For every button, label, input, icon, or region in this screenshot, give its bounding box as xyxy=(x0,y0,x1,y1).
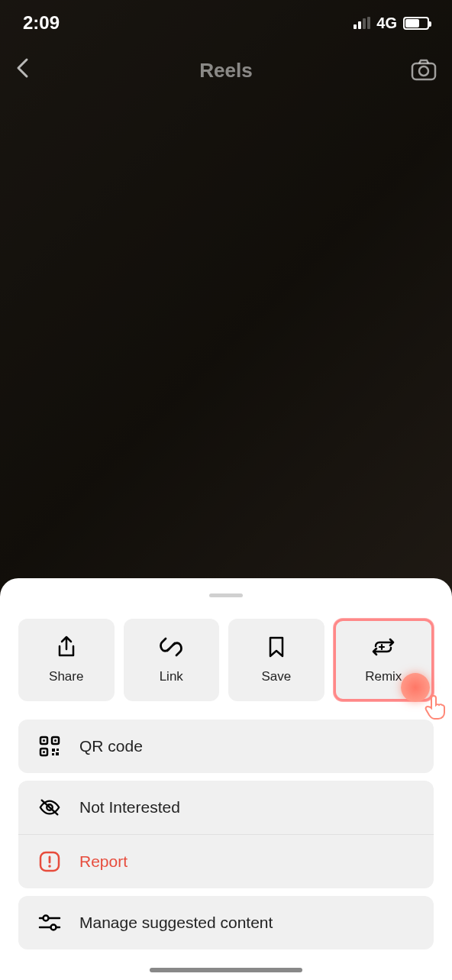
save-button[interactable]: Save xyxy=(228,619,324,701)
not-interested-label: Not Interested xyxy=(79,798,180,817)
remix-label: Remix xyxy=(365,669,402,684)
report-label: Report xyxy=(79,852,128,871)
back-button[interactable] xyxy=(15,57,29,84)
sliders-icon xyxy=(38,911,61,934)
link-label: Link xyxy=(160,669,183,684)
feedback-group: Not Interested Report xyxy=(18,781,434,888)
svg-rect-9 xyxy=(56,749,59,751)
signal-icon xyxy=(354,17,370,29)
action-sheet: Share Link Save xyxy=(0,578,452,980)
svg-point-7 xyxy=(43,751,45,753)
save-label: Save xyxy=(261,669,291,684)
page-title: Reels xyxy=(199,59,252,82)
home-indicator[interactable] xyxy=(150,968,302,972)
svg-rect-8 xyxy=(52,749,55,752)
manage-content-item[interactable]: Manage suggested content xyxy=(18,896,434,949)
svg-rect-11 xyxy=(56,752,59,755)
remix-button[interactable]: Remix xyxy=(334,619,434,701)
share-label: Share xyxy=(49,669,83,684)
svg-rect-10 xyxy=(52,753,54,755)
link-button[interactable]: Link xyxy=(124,619,220,701)
svg-point-20 xyxy=(51,925,56,930)
action-grid: Share Link Save xyxy=(0,619,452,701)
menu-list: QR code Not Interested xyxy=(0,720,452,949)
report-item[interactable]: Report xyxy=(18,835,434,888)
camera-button[interactable] xyxy=(411,58,437,84)
share-icon xyxy=(55,636,78,658)
touch-cursor-icon xyxy=(401,673,441,713)
svg-point-16 xyxy=(48,865,51,868)
share-button[interactable]: Share xyxy=(18,619,115,701)
not-interested-item[interactable]: Not Interested xyxy=(18,781,434,835)
battery-icon xyxy=(403,17,429,30)
manage-content-label: Manage suggested content xyxy=(79,914,273,932)
nav-bar: Reels xyxy=(0,57,452,84)
qr-code-icon xyxy=(38,735,61,758)
svg-point-18 xyxy=(44,916,49,921)
alert-icon xyxy=(38,850,61,873)
status-bar: 2:09 4G xyxy=(0,0,452,46)
link-icon xyxy=(160,636,182,658)
status-time: 2:09 xyxy=(23,12,60,34)
remix-icon xyxy=(372,636,395,658)
svg-point-1 xyxy=(419,66,428,76)
network-label: 4G xyxy=(376,15,397,32)
drag-handle[interactable] xyxy=(209,593,243,597)
svg-point-5 xyxy=(54,739,56,742)
bookmark-icon xyxy=(265,636,288,658)
svg-point-3 xyxy=(43,739,45,742)
qr-code-label: QR code xyxy=(79,737,143,755)
eye-off-icon xyxy=(38,796,61,819)
qr-code-item[interactable]: QR code xyxy=(18,720,434,773)
